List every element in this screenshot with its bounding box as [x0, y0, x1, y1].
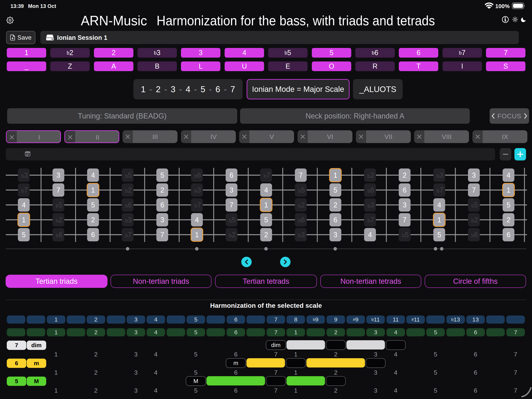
svg-text:1: 1 [195, 231, 199, 239]
svg-text:7: 7 [160, 231, 164, 239]
svg-text:5: 5 [160, 171, 164, 179]
svg-text:6: 6 [230, 171, 234, 179]
svg-text:4: 4 [437, 201, 441, 209]
svg-text:4: 4 [507, 171, 510, 179]
svg-text:2: 2 [334, 201, 337, 209]
svg-text:1: 1 [507, 186, 510, 194]
svg-text:1: 1 [334, 171, 337, 179]
svg-text:7: 7 [57, 186, 60, 194]
svg-text:7: 7 [230, 201, 234, 209]
svg-text:3: 3 [334, 231, 337, 239]
svg-text:6: 6 [507, 231, 510, 239]
svg-text:6: 6 [160, 201, 164, 209]
svg-text:2: 2 [264, 231, 268, 239]
svg-text:5: 5 [264, 216, 268, 224]
svg-text:6: 6 [91, 231, 95, 239]
svg-text:6: 6 [403, 186, 406, 194]
svg-text:3: 3 [160, 216, 164, 224]
svg-text:1: 1 [437, 216, 441, 224]
svg-text:7: 7 [403, 216, 406, 224]
svg-text:5: 5 [507, 201, 510, 209]
svg-text:1: 1 [264, 201, 268, 209]
svg-text:1: 1 [22, 216, 26, 224]
svg-text:7: 7 [472, 186, 476, 194]
svg-text:2: 2 [507, 216, 510, 224]
svg-text:6: 6 [334, 216, 337, 224]
svg-text:4: 4 [368, 231, 372, 239]
svg-text:4: 4 [264, 186, 268, 194]
svg-text:3: 3 [230, 186, 234, 194]
svg-text:4: 4 [22, 201, 26, 209]
svg-text:2: 2 [403, 171, 406, 179]
svg-text:1: 1 [91, 186, 95, 194]
svg-text:3: 3 [57, 171, 60, 179]
svg-text:3: 3 [472, 171, 476, 179]
svg-text:4: 4 [91, 171, 95, 179]
svg-text:5: 5 [437, 231, 441, 239]
svg-text:3: 3 [403, 201, 406, 209]
svg-text:5: 5 [22, 231, 26, 239]
svg-text:4: 4 [195, 216, 199, 224]
svg-text:2: 2 [91, 216, 95, 224]
svg-text:5: 5 [91, 201, 95, 209]
svg-text:7: 7 [299, 171, 303, 179]
svg-text:5: 5 [334, 186, 337, 194]
svg-text:2: 2 [160, 186, 164, 194]
